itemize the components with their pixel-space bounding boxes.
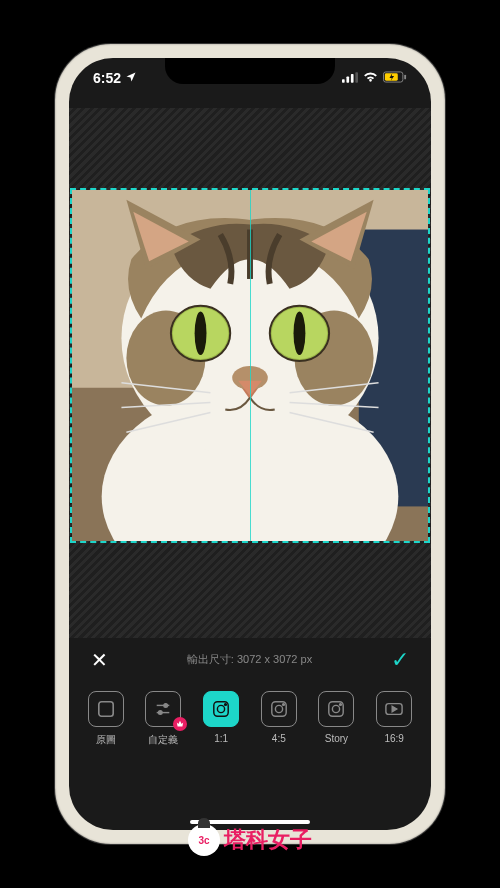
watermark-text: 塔科女子 xyxy=(224,825,312,855)
ratio-option-1-1[interactable]: 1:1 xyxy=(193,691,249,744)
status-time: 6:52 xyxy=(93,70,121,86)
svg-point-20 xyxy=(294,312,306,356)
svg-point-36 xyxy=(340,704,342,706)
ratio-option-original[interactable]: 原圖 xyxy=(78,691,134,747)
ratio-label: 4:5 xyxy=(272,733,286,744)
signal-icon xyxy=(342,70,358,86)
svg-rect-6 xyxy=(404,75,406,80)
svg-rect-2 xyxy=(351,74,354,83)
battery-icon xyxy=(383,70,407,86)
wifi-icon xyxy=(363,70,378,86)
close-button[interactable]: ✕ xyxy=(91,648,108,672)
ratio-option-story[interactable]: Story xyxy=(308,691,364,744)
svg-rect-1 xyxy=(346,77,349,83)
instagram-icon xyxy=(203,691,239,727)
location-arrow-icon xyxy=(125,70,137,86)
svg-point-30 xyxy=(225,704,227,706)
ratio-label: Story xyxy=(325,733,348,744)
ratio-label: 1:1 xyxy=(214,733,228,744)
svg-point-22 xyxy=(232,366,268,390)
instagram-icon xyxy=(318,691,354,727)
svg-rect-23 xyxy=(99,702,113,716)
ratio-toolbar: 原圖 自定義 1:1 4:5 xyxy=(69,687,431,747)
svg-point-29 xyxy=(218,705,225,712)
svg-point-32 xyxy=(275,705,282,712)
watermark-avatar-icon: 3c xyxy=(188,824,220,856)
ratio-option-16-9[interactable]: 16:9 xyxy=(366,691,422,744)
photo-preview xyxy=(72,190,428,541)
ratio-option-4-5[interactable]: 4:5 xyxy=(251,691,307,744)
svg-point-16 xyxy=(195,312,207,356)
svg-point-25 xyxy=(164,704,168,708)
svg-point-33 xyxy=(282,704,284,706)
ratio-option-custom[interactable]: 自定義 xyxy=(135,691,191,747)
svg-rect-0 xyxy=(342,79,345,83)
instagram-icon xyxy=(261,691,297,727)
phone-screen: 6:52 xyxy=(69,58,431,830)
svg-point-27 xyxy=(159,711,163,715)
phone-frame: 6:52 xyxy=(55,44,445,844)
crop-frame[interactable] xyxy=(70,188,430,543)
action-row: ✕ 輸出尺寸: 3072 x 3072 px ✓ xyxy=(69,638,431,687)
notch xyxy=(165,58,335,84)
output-size-label: 輸出尺寸: 3072 x 3072 px xyxy=(187,644,312,675)
ratio-label: 原圖 xyxy=(96,733,116,747)
svg-rect-3 xyxy=(355,72,358,83)
watermark: 3c 塔科女子 xyxy=(188,824,312,856)
square-outline-icon xyxy=(88,691,124,727)
ratio-label: 自定義 xyxy=(148,733,178,747)
svg-point-35 xyxy=(333,705,340,712)
confirm-button[interactable]: ✓ xyxy=(391,647,409,673)
ratio-label: 16:9 xyxy=(384,733,403,744)
editor-canvas[interactable] xyxy=(69,108,431,638)
youtube-icon xyxy=(376,691,412,727)
premium-badge-icon xyxy=(173,717,187,731)
